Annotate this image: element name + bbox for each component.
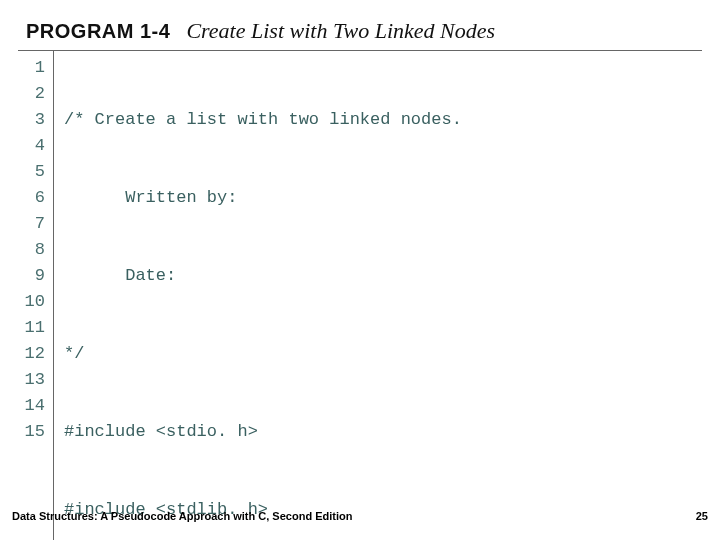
program-label: PROGRAM 1-4	[26, 20, 170, 43]
page-number: 25	[696, 510, 708, 522]
line-number: 15	[22, 419, 45, 445]
line-number: 8	[22, 237, 45, 263]
line-number: 9	[22, 263, 45, 289]
code-line: Written by:	[64, 185, 702, 211]
program-title: Create List with Two Linked Nodes	[186, 18, 495, 44]
code-line: Date:	[64, 263, 702, 289]
line-number: 7	[22, 211, 45, 237]
line-number: 5	[22, 159, 45, 185]
slide-footer: Data Structures: A Pseudocode Approach w…	[12, 510, 708, 522]
code-line: /* Create a list with two linked nodes.	[64, 107, 702, 133]
line-number: 4	[22, 133, 45, 159]
code-listing: 1 2 3 4 5 6 7 8 9 10 11 12 13 14 15 /* C…	[18, 50, 702, 540]
line-number: 3	[22, 107, 45, 133]
line-number: 14	[22, 393, 45, 419]
line-number: 13	[22, 367, 45, 393]
line-number: 11	[22, 315, 45, 341]
program-heading: PROGRAM 1-4 Create List with Two Linked …	[26, 18, 702, 44]
line-number-gutter: 1 2 3 4 5 6 7 8 9 10 11 12 13 14 15	[18, 51, 54, 540]
line-number: 2	[22, 81, 45, 107]
book-title: Data Structures: A Pseudocode Approach w…	[12, 510, 352, 522]
line-number: 12	[22, 341, 45, 367]
code-line: #include <stdio. h>	[64, 419, 702, 445]
code-body: /* Create a list with two linked nodes. …	[54, 51, 702, 540]
line-number: 6	[22, 185, 45, 211]
slide-page: PROGRAM 1-4 Create List with Two Linked …	[0, 0, 720, 540]
line-number: 10	[22, 289, 45, 315]
code-line: */	[64, 341, 702, 367]
line-number: 1	[22, 55, 45, 81]
